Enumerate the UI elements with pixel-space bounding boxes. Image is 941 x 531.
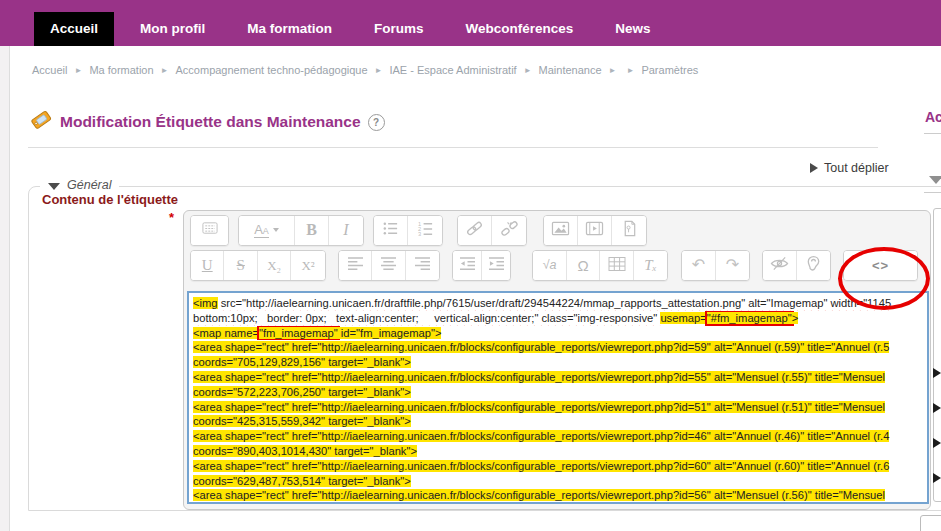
code-line: <area shape="rect" href="http://iaelearn…	[193, 340, 927, 355]
red-box-annotation: "#fm_imagemap"	[707, 312, 792, 324]
breadcrumb: Accueil►Ma formation►Accompagnement tech…	[30, 64, 700, 76]
code-segment: coords="890,403,1014,430" target="_blank…	[193, 445, 417, 457]
left-gutter	[0, 46, 10, 531]
code-line: <area shape="rect" href="http://iaelearn…	[193, 400, 927, 415]
font-family-icon: AA	[254, 222, 279, 238]
special-character-button[interactable]: Ω	[567, 251, 600, 280]
editor-content[interactable]: <img src="http://iaelearning.unicaen.fr/…	[187, 291, 929, 504]
help-icon[interactable]: ?	[368, 114, 385, 131]
underline-button[interactable]: U	[191, 251, 224, 280]
code-segment: <area shape="rect" href="http://iaelearn…	[193, 460, 889, 472]
align-right-button[interactable]	[406, 251, 439, 280]
nav-item-webconf-rences[interactable]: Webconférences	[450, 12, 590, 46]
screenreader-helper-button[interactable]	[797, 251, 830, 280]
outdent-button[interactable]	[453, 251, 482, 280]
page: AccueilMon profilMa formationForumsWebco…	[0, 0, 941, 531]
label-tag-icon	[29, 108, 53, 136]
table-icon	[608, 256, 626, 275]
tree-toggle-icon[interactable]	[933, 403, 941, 413]
code-line: <map name="fm_imagemap" id="fm_imagemap"…	[193, 326, 927, 341]
bold-icon: B	[306, 222, 317, 238]
unordered-list-button[interactable]	[374, 216, 408, 245]
breadcrumb-item[interactable]: Paramètres	[641, 64, 698, 76]
undo-button[interactable]: ↶	[682, 251, 715, 280]
code-segment: <area shape="rect" href="http://iaelearn…	[193, 371, 885, 383]
outdent-icon	[459, 256, 476, 274]
redo-icon: ↷	[726, 257, 739, 273]
tree-toggle-icon[interactable]	[933, 473, 941, 483]
nav-item-ma-formation[interactable]: Ma formation	[231, 12, 348, 46]
code-line: <area shape="rect" href="http://iaelearn…	[193, 459, 927, 474]
code-segment: coords="425,315,559,342" target="_blank"…	[193, 415, 411, 427]
nav-item-accueil[interactable]: Accueil	[34, 12, 114, 46]
right-block-title: Ac	[925, 109, 941, 125]
tree-toggle-icon[interactable]	[933, 368, 941, 378]
right-block-divider	[924, 133, 941, 134]
expand-all-label: Tout déplier	[824, 161, 889, 175]
html-source-button[interactable]: <>	[844, 251, 917, 280]
page-title: Modification Étiquette dans Maintenance	[60, 113, 361, 131]
right-block-collapse-icon[interactable]	[929, 176, 941, 184]
tree-toggle-icon[interactable]	[933, 438, 941, 448]
toolbar-group: AABI	[238, 215, 364, 246]
equation-button[interactable]: √a	[533, 251, 566, 280]
strikethrough-icon: S	[237, 258, 245, 273]
insert-media-button[interactable]	[578, 216, 612, 245]
breadcrumb-separator-icon: ►	[524, 66, 532, 75]
show-more-buttons-button[interactable]	[191, 216, 228, 245]
italic-button[interactable]: I	[329, 216, 363, 245]
nav-item-news[interactable]: News	[599, 12, 666, 46]
breadcrumb-item[interactable]: Maintenance	[539, 64, 602, 76]
toolbar-group: <>	[843, 250, 918, 281]
code-segment: <area shape="rect" href="http://iaelearn…	[193, 430, 889, 442]
subscript-button[interactable]: X₂	[258, 251, 291, 280]
code-segment: <area shape="rect" href="http://iaelearn…	[193, 341, 889, 353]
align-center-button[interactable]	[372, 251, 405, 280]
red-box-annotation: "fm_imagemap"	[259, 327, 338, 339]
code-segment: <area shape="rect" href="http://iaelearn…	[193, 489, 885, 501]
bold-button[interactable]: B	[295, 216, 329, 245]
nav-item-mon-profil[interactable]: Mon profil	[124, 12, 221, 46]
code-segment: usemap=	[660, 312, 706, 324]
breadcrumb-separator-icon: ►	[161, 66, 169, 75]
ordered-list-button[interactable]: 123	[408, 216, 442, 245]
code-line: coords="890,403,1014,430" target="_blank…	[193, 444, 927, 459]
breadcrumb-item[interactable]: Ma formation	[89, 64, 153, 76]
equation-icon: √a	[543, 259, 557, 272]
toolbar-row-1: AABI123	[190, 214, 930, 246]
code-segment: bottom:10px; border: 0px; text-align:cen…	[193, 312, 660, 324]
code-line: <area shape="rect" href="http://iaelearn…	[193, 370, 927, 385]
field-label: Contenu de l'étiquette	[30, 192, 178, 208]
toolbar-group: √aΩTₓ	[532, 250, 668, 281]
svg-text:3: 3	[417, 231, 420, 237]
code-segment: coords="705,129,829,156" target="_blank"…	[193, 356, 411, 368]
right-block-lower-box	[920, 515, 941, 531]
strikethrough-button[interactable]: S	[224, 251, 257, 280]
code-segment: <map name=	[193, 327, 259, 339]
general-section-toggle[interactable]: Général	[40, 178, 119, 192]
accessibility-checker-button[interactable]	[763, 251, 796, 280]
clear-formatting-button[interactable]: Tₓ	[634, 251, 667, 280]
toolbar-group	[457, 215, 527, 246]
breadcrumb-item[interactable]: Accompagnement techno-pédagogique	[176, 64, 368, 76]
insert-image-button[interactable]	[544, 216, 578, 245]
breadcrumb-separator-icon: ►	[375, 66, 383, 75]
nav-item-forums[interactable]: Forums	[358, 12, 440, 46]
attach-file-button[interactable]	[612, 216, 646, 245]
align-left-icon	[347, 256, 364, 274]
toolbar-group	[762, 250, 831, 281]
expand-all-link[interactable]: Tout déplier	[810, 161, 889, 175]
atto-editor: AABI123 USX₂X²√aΩTₓ↶↷<> <img src="http:/…	[183, 210, 931, 510]
indent-button[interactable]	[482, 251, 511, 280]
field-label-block: Contenu de l'étiquette *	[30, 192, 178, 225]
redo-button[interactable]: ↷	[716, 251, 749, 280]
link-button[interactable]	[458, 216, 492, 245]
align-left-button[interactable]	[339, 251, 372, 280]
unlink-button[interactable]	[492, 216, 526, 245]
chevron-down-icon	[48, 183, 60, 190]
breadcrumb-item[interactable]: Accueil	[32, 64, 67, 76]
table-button[interactable]	[600, 251, 633, 280]
superscript-button[interactable]: X²	[291, 251, 324, 280]
breadcrumb-item[interactable]: IAE - Espace Administratif	[389, 64, 516, 76]
font-family-button[interactable]: AA	[239, 216, 295, 245]
